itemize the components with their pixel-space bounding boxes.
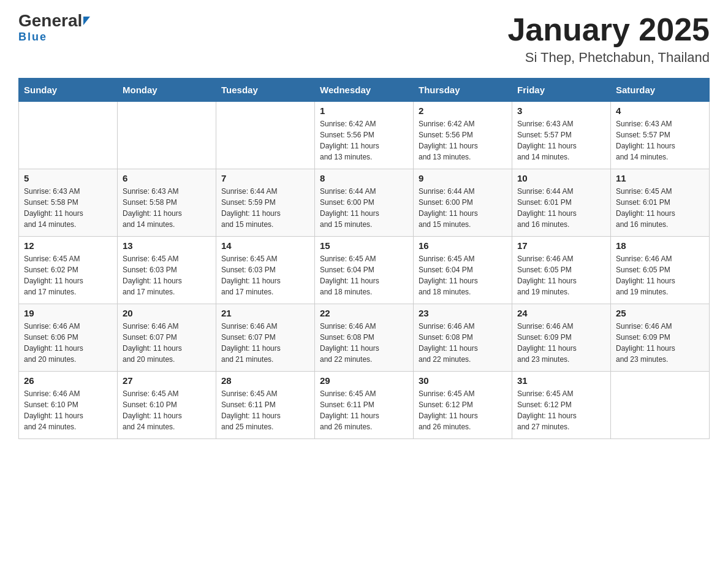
week-row-4: 19Sunrise: 6:46 AM Sunset: 6:06 PM Dayli…: [19, 304, 710, 372]
day-info: Sunrise: 6:43 AM Sunset: 5:57 PM Dayligh…: [616, 118, 704, 163]
day-number: 28: [221, 375, 309, 386]
logo: General Blue: [18, 12, 90, 44]
calendar-cell: 9Sunrise: 6:44 AM Sunset: 6:00 PM Daylig…: [414, 169, 512, 237]
calendar-cell: 21Sunrise: 6:46 AM Sunset: 6:07 PM Dayli…: [216, 304, 315, 372]
calendar-table: SundayMondayTuesdayWednesdayThursdayFrid…: [18, 78, 710, 439]
week-row-1: 1Sunrise: 6:42 AM Sunset: 5:56 PM Daylig…: [19, 102, 710, 169]
calendar-cell: 25Sunrise: 6:46 AM Sunset: 6:09 PM Dayli…: [611, 304, 710, 372]
calendar-cell: 10Sunrise: 6:44 AM Sunset: 6:01 PM Dayli…: [512, 169, 611, 237]
day-number: 9: [419, 173, 507, 183]
day-number: 31: [517, 375, 605, 386]
day-number: 15: [320, 240, 408, 251]
calendar-cell: 3Sunrise: 6:43 AM Sunset: 5:57 PM Daylig…: [512, 102, 611, 169]
day-number: 2: [419, 105, 507, 116]
day-number: 8: [320, 173, 408, 183]
calendar-cell: 2Sunrise: 6:42 AM Sunset: 5:56 PM Daylig…: [414, 102, 512, 169]
day-info: Sunrise: 6:43 AM Sunset: 5:58 PM Dayligh…: [24, 186, 112, 230]
calendar-cell: 27Sunrise: 6:45 AM Sunset: 6:10 PM Dayli…: [118, 372, 216, 439]
calendar-cell: 4Sunrise: 6:43 AM Sunset: 5:57 PM Daylig…: [611, 102, 710, 169]
day-number: 22: [320, 308, 408, 318]
day-info: Sunrise: 6:46 AM Sunset: 6:07 PM Dayligh…: [221, 321, 309, 365]
day-number: 11: [616, 173, 704, 183]
day-number: 7: [221, 173, 309, 183]
day-number: 20: [123, 308, 211, 318]
day-info: Sunrise: 6:46 AM Sunset: 6:09 PM Dayligh…: [616, 321, 704, 365]
day-number: 26: [24, 375, 112, 386]
day-info: Sunrise: 6:46 AM Sunset: 6:05 PM Dayligh…: [616, 253, 704, 297]
calendar-cell: 11Sunrise: 6:45 AM Sunset: 6:01 PM Dayli…: [611, 169, 710, 237]
day-info: Sunrise: 6:44 AM Sunset: 6:00 PM Dayligh…: [419, 186, 507, 230]
day-number: 24: [517, 308, 605, 318]
calendar-cell: 22Sunrise: 6:46 AM Sunset: 6:08 PM Dayli…: [315, 304, 414, 372]
calendar-cell: 28Sunrise: 6:45 AM Sunset: 6:11 PM Dayli…: [216, 372, 315, 439]
day-info: Sunrise: 6:43 AM Sunset: 5:57 PM Dayligh…: [517, 118, 605, 163]
day-number: 4: [616, 105, 704, 116]
logo-blue-text: Blue: [18, 31, 47, 44]
week-row-5: 26Sunrise: 6:46 AM Sunset: 6:10 PM Dayli…: [19, 372, 710, 439]
day-info: Sunrise: 6:45 AM Sunset: 6:03 PM Dayligh…: [123, 253, 211, 297]
calendar-cell: 26Sunrise: 6:46 AM Sunset: 6:10 PM Dayli…: [19, 372, 118, 439]
day-number: 17: [517, 240, 605, 251]
calendar-cell: 5Sunrise: 6:43 AM Sunset: 5:58 PM Daylig…: [19, 169, 118, 237]
day-number: 30: [419, 375, 507, 386]
day-info: Sunrise: 6:45 AM Sunset: 6:11 PM Dayligh…: [320, 388, 408, 432]
calendar-cell: 31Sunrise: 6:45 AM Sunset: 6:12 PM Dayli…: [512, 372, 611, 439]
day-info: Sunrise: 6:46 AM Sunset: 6:07 PM Dayligh…: [123, 321, 211, 365]
calendar-cell: 29Sunrise: 6:45 AM Sunset: 6:11 PM Dayli…: [315, 372, 414, 439]
calendar-cell: [216, 102, 315, 169]
day-info: Sunrise: 6:45 AM Sunset: 6:11 PM Dayligh…: [221, 388, 309, 432]
day-info: Sunrise: 6:45 AM Sunset: 6:12 PM Dayligh…: [419, 388, 507, 432]
day-info: Sunrise: 6:46 AM Sunset: 6:09 PM Dayligh…: [517, 321, 605, 365]
day-info: Sunrise: 6:45 AM Sunset: 6:04 PM Dayligh…: [419, 253, 507, 297]
day-info: Sunrise: 6:45 AM Sunset: 6:04 PM Dayligh…: [320, 253, 408, 297]
page-subtitle: Si Thep, Phetchabun, Thailand: [507, 50, 710, 66]
page-title: January 2025: [507, 12, 710, 47]
day-number: 18: [616, 240, 704, 251]
calendar-cell: 16Sunrise: 6:45 AM Sunset: 6:04 PM Dayli…: [414, 237, 512, 304]
day-info: Sunrise: 6:45 AM Sunset: 6:01 PM Dayligh…: [616, 186, 704, 230]
calendar-cell: [118, 102, 216, 169]
day-number: 6: [123, 173, 211, 183]
day-number: 12: [24, 240, 112, 251]
calendar-cell: [19, 102, 118, 169]
day-number: 5: [24, 173, 112, 183]
header-cell-thursday: Thursday: [414, 79, 512, 102]
calendar-header: SundayMondayTuesdayWednesdayThursdayFrid…: [19, 79, 710, 102]
day-info: Sunrise: 6:46 AM Sunset: 6:08 PM Dayligh…: [320, 321, 408, 365]
calendar-cell: 1Sunrise: 6:42 AM Sunset: 5:56 PM Daylig…: [315, 102, 414, 169]
header-cell-sunday: Sunday: [19, 79, 118, 102]
calendar-cell: 23Sunrise: 6:46 AM Sunset: 6:08 PM Dayli…: [414, 304, 512, 372]
day-info: Sunrise: 6:45 AM Sunset: 6:03 PM Dayligh…: [221, 253, 309, 297]
day-info: Sunrise: 6:44 AM Sunset: 6:01 PM Dayligh…: [517, 186, 605, 230]
logo-icon: General: [18, 12, 90, 29]
calendar-cell: 7Sunrise: 6:44 AM Sunset: 5:59 PM Daylig…: [216, 169, 315, 237]
day-number: 25: [616, 308, 704, 318]
calendar-cell: [611, 372, 710, 439]
calendar-cell: 14Sunrise: 6:45 AM Sunset: 6:03 PM Dayli…: [216, 237, 315, 304]
calendar-cell: 19Sunrise: 6:46 AM Sunset: 6:06 PM Dayli…: [19, 304, 118, 372]
header-cell-friday: Friday: [512, 79, 611, 102]
calendar-cell: 24Sunrise: 6:46 AM Sunset: 6:09 PM Dayli…: [512, 304, 611, 372]
calendar-cell: 13Sunrise: 6:45 AM Sunset: 6:03 PM Dayli…: [118, 237, 216, 304]
day-info: Sunrise: 6:45 AM Sunset: 6:12 PM Dayligh…: [517, 388, 605, 432]
day-number: 27: [123, 375, 211, 386]
day-number: 21: [221, 308, 309, 318]
day-number: 16: [419, 240, 507, 251]
day-number: 29: [320, 375, 408, 386]
day-info: Sunrise: 6:46 AM Sunset: 6:06 PM Dayligh…: [24, 321, 112, 365]
day-info: Sunrise: 6:45 AM Sunset: 6:10 PM Dayligh…: [123, 388, 211, 432]
day-number: 14: [221, 240, 309, 251]
day-info: Sunrise: 6:45 AM Sunset: 6:02 PM Dayligh…: [24, 253, 112, 297]
day-info: Sunrise: 6:44 AM Sunset: 6:00 PM Dayligh…: [320, 186, 408, 230]
day-number: 19: [24, 308, 112, 318]
calendar-cell: 12Sunrise: 6:45 AM Sunset: 6:02 PM Dayli…: [19, 237, 118, 304]
day-info: Sunrise: 6:43 AM Sunset: 5:58 PM Dayligh…: [123, 186, 211, 230]
day-info: Sunrise: 6:46 AM Sunset: 6:08 PM Dayligh…: [419, 321, 507, 365]
header-cell-monday: Monday: [118, 79, 216, 102]
calendar-cell: 17Sunrise: 6:46 AM Sunset: 6:05 PM Dayli…: [512, 237, 611, 304]
day-info: Sunrise: 6:42 AM Sunset: 5:56 PM Dayligh…: [320, 118, 408, 163]
calendar-cell: 18Sunrise: 6:46 AM Sunset: 6:05 PM Dayli…: [611, 237, 710, 304]
calendar-cell: 6Sunrise: 6:43 AM Sunset: 5:58 PM Daylig…: [118, 169, 216, 237]
week-row-3: 12Sunrise: 6:45 AM Sunset: 6:02 PM Dayli…: [19, 237, 710, 304]
day-number: 10: [517, 173, 605, 183]
